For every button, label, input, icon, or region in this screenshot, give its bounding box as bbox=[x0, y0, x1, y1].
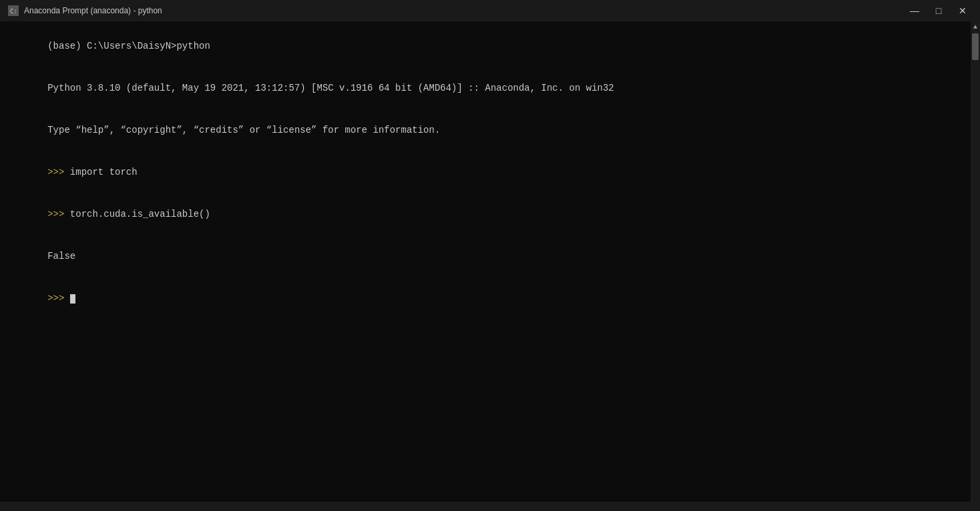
window-title: Anaconda Prompt (anaconda) - python bbox=[24, 6, 162, 15]
bottom-scrollbar[interactable] bbox=[0, 502, 980, 511]
terminal[interactable]: (base) C:\Users\DaisyN>python Python 3.8… bbox=[0, 21, 971, 502]
cursor bbox=[70, 294, 75, 304]
scrollbar-thumb[interactable] bbox=[972, 33, 979, 60]
line-4: >>> import torch bbox=[3, 151, 968, 193]
line-6-text: False bbox=[47, 251, 75, 262]
svg-text:C:: C: bbox=[10, 8, 17, 15]
cmd-icon: C: bbox=[8, 5, 19, 16]
prompt-1: >>> bbox=[47, 167, 70, 177]
line-1-text: (base) C:\Users\DaisyN>python bbox=[47, 41, 210, 51]
line-1: (base) C:\Users\DaisyN>python bbox=[3, 25, 968, 67]
line-2-text: Python 3.8.10 (default, May 19 2021, 13:… bbox=[47, 83, 614, 93]
prompt-3: >>> bbox=[47, 293, 70, 304]
title-bar-controls: — □ ✕ bbox=[905, 4, 972, 17]
line-3: Type “help”, “copyright”, “credits” or “… bbox=[3, 109, 968, 151]
line-7: >>> bbox=[3, 278, 968, 320]
title-bar-left: C: Anaconda Prompt (anaconda) - python bbox=[8, 5, 162, 16]
minimize-button[interactable]: — bbox=[905, 4, 924, 17]
window: C: Anaconda Prompt (anaconda) - python —… bbox=[0, 0, 980, 511]
cmd-2: torch.cuda.is_available() bbox=[70, 209, 210, 219]
line-5: >>> torch.cuda.is_available() bbox=[3, 193, 968, 235]
scrollbar[interactable]: ▲ bbox=[971, 21, 980, 502]
prompt-2: >>> bbox=[47, 209, 70, 219]
title-bar: C: Anaconda Prompt (anaconda) - python —… bbox=[0, 0, 980, 21]
content-area: (base) C:\Users\DaisyN>python Python 3.8… bbox=[0, 21, 980, 502]
line-6: False bbox=[3, 235, 968, 278]
scroll-up-arrow[interactable]: ▲ bbox=[973, 23, 977, 32]
maximize-button[interactable]: □ bbox=[929, 4, 948, 17]
line-3-text: Type “help”, “copyright”, “credits” or “… bbox=[47, 125, 440, 135]
line-2: Python 3.8.10 (default, May 19 2021, 13:… bbox=[3, 67, 968, 109]
cmd-1: import torch bbox=[70, 167, 138, 177]
close-button[interactable]: ✕ bbox=[953, 4, 972, 17]
